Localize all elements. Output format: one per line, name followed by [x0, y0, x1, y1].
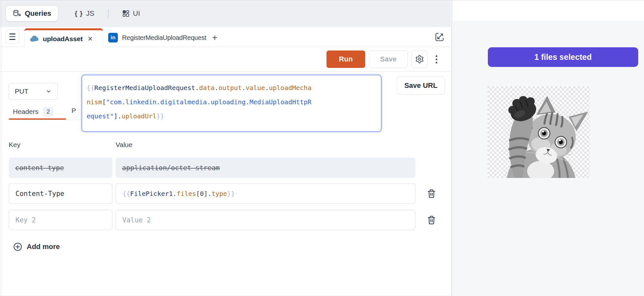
tab-uploadAsset[interactable]: uploadAsset ×: [24, 28, 103, 47]
http-method-select[interactable]: PUT: [9, 83, 58, 100]
add-more-button[interactable]: Add more: [13, 242, 60, 252]
mode-tab-ui-label: UI: [133, 9, 140, 18]
braces-icon: { }: [75, 10, 83, 17]
tab-headers[interactable]: Headers 2: [9, 107, 58, 116]
header-row1-key-field: content-type: [9, 158, 112, 178]
trash-icon: [427, 215, 436, 225]
run-button[interactable]: Run: [327, 51, 365, 68]
tab-RegisterMediaUploadRequest[interactable]: in RegisterMediaUploadRequest: [106, 28, 208, 47]
trash-icon: [427, 189, 436, 199]
headers-count-badge: 2: [43, 107, 53, 116]
tab-next-partial[interactable]: P: [71, 107, 76, 115]
expand-editor-button[interactable]: [434, 31, 445, 43]
query-editor-panel: Queries { } JS UI uploadAsset ×: [0, 0, 451, 296]
cat-image: [488, 86, 590, 178]
tab-uploadAsset-label: uploadAsset: [43, 35, 83, 43]
cloud-icon: [30, 36, 39, 42]
mode-tab-queries[interactable]: Queries: [6, 6, 58, 21]
linkedin-icon: in: [108, 33, 118, 42]
query-list-menu-button[interactable]: [5, 30, 19, 44]
tab-headers-label: Headers: [13, 108, 38, 116]
app-preview-panel: 1 files selected: [451, 0, 644, 296]
header-row2-key-field[interactable]: [9, 183, 112, 204]
uploaded-image-preview: [488, 86, 590, 178]
header-row3-key-field[interactable]: [9, 210, 112, 230]
query-settings-button[interactable]: [412, 51, 428, 68]
section-tabs-hairline: [9, 120, 82, 120]
plus-circle-icon: [13, 242, 23, 252]
query-action-bar: Run Save: [0, 47, 451, 72]
hamburger-icon: [9, 33, 15, 34]
panel-left-border: [1, 0, 1, 296]
header-row2-value-field[interactable]: {{FilePicker1.files[0].type}}: [116, 183, 415, 204]
save-url-button[interactable]: Save URL: [397, 77, 445, 95]
page-top-border: [0, 0, 644, 0]
editor-mode-bar: Queries { } JS UI: [0, 0, 451, 27]
mode-tab-js-label: JS: [86, 9, 94, 18]
query-tab-bar: uploadAsset × in RegisterMediaUploadRequ…: [0, 27, 451, 47]
key-column-header: Key: [9, 141, 20, 149]
more-options-button[interactable]: [431, 51, 441, 68]
request-url-code-editor[interactable]: {{RegisterMediaUploadRequest.data.output…: [81, 75, 382, 132]
mode-tab-ui[interactable]: UI: [122, 9, 140, 18]
active-tab-underline: [9, 118, 66, 120]
delete-header-row3-button[interactable]: [426, 214, 437, 226]
close-tab-icon[interactable]: ×: [88, 35, 93, 43]
delete-header-row2-button[interactable]: [426, 188, 437, 199]
gear-icon: [415, 55, 424, 64]
mode-tab-js[interactable]: { } JS: [75, 9, 94, 18]
add-more-label: Add more: [27, 243, 60, 251]
ui-blocks-icon: [122, 10, 130, 17]
mode-tab-queries-label: Queries: [25, 9, 51, 18]
request-section-tabs: Headers 2 P: [9, 105, 58, 118]
new-query-tab-button[interactable]: +: [209, 32, 221, 44]
file-picker-button[interactable]: 1 files selected: [488, 47, 638, 67]
header-row3-value-field[interactable]: [116, 210, 415, 230]
mode-bar-divider: [108, 9, 109, 18]
preview-top-strip: [452, 0, 644, 21]
http-method-value: PUT: [15, 88, 28, 95]
kebab-icon: [436, 55, 437, 57]
value-column-header: Value: [116, 141, 132, 149]
expand-diagonal-icon: [434, 32, 445, 42]
save-button[interactable]: Save: [369, 51, 408, 68]
header-row1-value-field: application/octet-stream: [116, 158, 415, 178]
tab-RegisterMediaUploadRequest-label: RegisterMediaUploadRequest: [122, 34, 206, 42]
database-sync-icon: [13, 9, 21, 18]
chevron-down-icon: [46, 88, 52, 94]
